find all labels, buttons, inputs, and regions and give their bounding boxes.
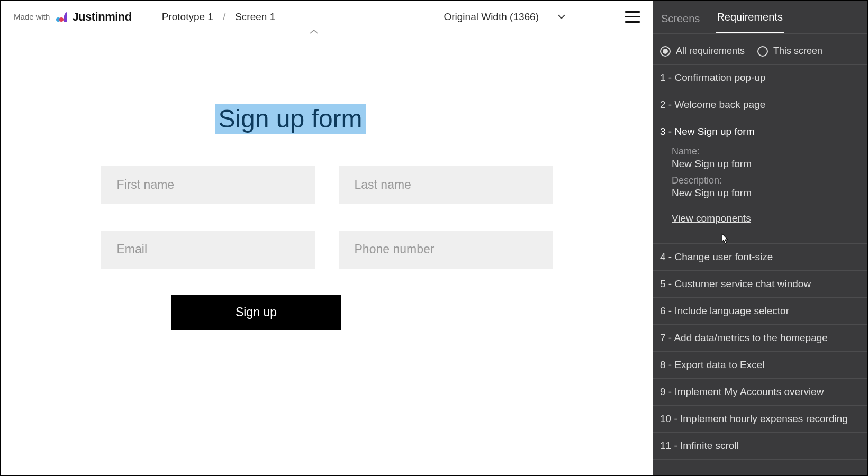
- requirement-item[interactable]: 6 - Include language selector: [653, 298, 867, 325]
- panel-filters: All requirements This screen: [653, 34, 867, 65]
- detail-name-label: Name:: [672, 146, 852, 157]
- requirement-item[interactable]: 5 - Custumer service chat window: [653, 271, 867, 298]
- requirement-item[interactable]: 2 - Welcome back page: [653, 91, 867, 118]
- signup-button[interactable]: Sign up: [171, 295, 341, 330]
- made-with-brand[interactable]: Made with Justinmind: [14, 10, 132, 24]
- requirement-item[interactable]: 1 - Confirmation pop-up: [653, 65, 867, 91]
- collapse-topbar-button[interactable]: [309, 28, 319, 37]
- divider: [595, 8, 595, 26]
- divider: [147, 8, 147, 26]
- first-name-field[interactable]: [101, 166, 315, 204]
- requirement-item[interactable]: 11 - Imfinite scroll: [653, 433, 867, 460]
- signup-form: [101, 166, 553, 269]
- radio-label: This screen: [773, 45, 822, 57]
- phone-field[interactable]: [339, 231, 553, 269]
- detail-name-value: New Sign up form: [672, 158, 852, 170]
- main-area: Made with Justinmind Prototype 1 /: [1, 1, 653, 475]
- view-components-link[interactable]: View components: [672, 213, 751, 224]
- requirement-item[interactable]: 7 - Add data/metrics to the homepage: [653, 325, 867, 352]
- requirement-item-label: 3 - New Sign up form: [660, 126, 754, 137]
- requirement-item-selected[interactable]: 3 - New Sign up form Name: New Sign up f…: [653, 118, 867, 244]
- justinmind-logo: Justinmind: [55, 10, 131, 24]
- width-selector[interactable]: Original Width (1366): [444, 11, 565, 23]
- radio-icon: [757, 46, 768, 57]
- chevron-down-icon: [558, 13, 565, 21]
- panel-tabs: Screens Requirements: [653, 1, 867, 34]
- width-selector-label: Original Width (1366): [444, 11, 539, 23]
- radio-all-requirements[interactable]: All requirements: [660, 45, 745, 57]
- breadcrumb-sep: /: [223, 11, 225, 23]
- logo-icon: [55, 10, 69, 24]
- breadcrumb-screen[interactable]: Screen 1: [235, 11, 275, 23]
- brand-text: Justinmind: [72, 10, 131, 24]
- radio-icon: [660, 46, 671, 57]
- requirement-item[interactable]: 10 - Implement hourly expenses recording: [653, 406, 867, 433]
- requirements-list: 1 - Confirmation pop-up 2 - Welcome back…: [653, 65, 867, 475]
- breadcrumb-prototype[interactable]: Prototype 1: [162, 11, 213, 23]
- tab-screens[interactable]: Screens: [660, 4, 701, 33]
- breadcrumb: Prototype 1 / Screen 1: [162, 11, 276, 23]
- requirement-item[interactable]: 4 - Change user font-size: [653, 244, 867, 271]
- requirements-panel: Screens Requirements All requirements Th…: [653, 1, 867, 475]
- radio-label: All requirements: [676, 45, 745, 57]
- radio-this-screen[interactable]: This screen: [757, 45, 822, 57]
- svg-point-1: [59, 17, 64, 22]
- detail-description-label: Description:: [672, 175, 852, 186]
- made-with-label: Made with: [14, 12, 50, 21]
- requirement-details: Name: New Sign up form Description: New …: [660, 138, 860, 236]
- requirement-item[interactable]: 8 - Export data to Excel: [653, 352, 867, 379]
- hamburger-menu[interactable]: [625, 11, 640, 23]
- page-title[interactable]: Sign up form: [215, 104, 365, 134]
- detail-description-value: New Sign up form: [672, 187, 852, 199]
- prototype-canvas: Sign up form Sign up: [1, 33, 653, 475]
- topbar: Made with Justinmind Prototype 1 /: [1, 1, 653, 33]
- last-name-field[interactable]: [339, 166, 553, 204]
- email-field[interactable]: [101, 231, 315, 269]
- requirement-item[interactable]: 9 - Implement My Accounts overview: [653, 379, 867, 406]
- tab-requirements[interactable]: Requirements: [716, 3, 784, 33]
